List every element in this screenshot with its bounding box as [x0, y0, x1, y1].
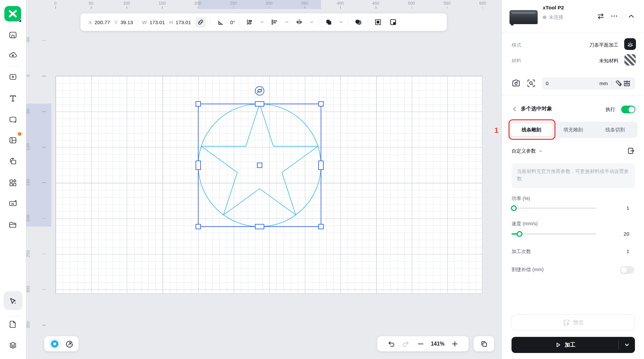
- zoom-in-button[interactable]: [450, 340, 459, 348]
- sidebar-item-elements[interactable]: [6, 176, 20, 189]
- speed-value[interactable]: 20: [624, 231, 629, 237]
- material-swatch[interactable]: [624, 54, 636, 66]
- manual-measure-button[interactable]: [623, 79, 631, 87]
- undo-button[interactable]: [387, 340, 395, 348]
- device-more-button[interactable]: [610, 12, 619, 20]
- boolean-dropdown[interactable]: [338, 19, 344, 25]
- sidebar-item-materials[interactable]: [6, 133, 20, 147]
- sidebar-item-vectorize[interactable]: [6, 155, 20, 168]
- distribute-dropdown[interactable]: [259, 19, 265, 25]
- align-dropdown[interactable]: [284, 19, 289, 25]
- text-tool-icon: [8, 94, 17, 103]
- ruler-tick-label: 100: [26, 143, 31, 151]
- zoom-level[interactable]: 141%: [431, 341, 444, 347]
- rotation-value[interactable]: 0°: [230, 19, 235, 25]
- power-slider-thumb[interactable]: [511, 205, 517, 211]
- ruler-tick: [305, 6, 305, 9]
- material-value[interactable]: 未知材料: [599, 58, 619, 64]
- process-type-tabs: 线条雕刻 填充雕刻 线条切割: [509, 122, 638, 138]
- flip-button[interactable]: [294, 17, 305, 27]
- y-value[interactable]: 39.13: [120, 19, 133, 25]
- sidebar-item-files[interactable]: [6, 218, 20, 231]
- laser-position-button[interactable]: [49, 338, 60, 350]
- duplicate-array-button[interactable]: [480, 340, 488, 348]
- ruler-tick: [42, 289, 46, 290]
- sidebar-item-ai[interactable]: AI: [6, 196, 20, 210]
- work-area-grid[interactable]: [55, 76, 482, 294]
- swap-arrows-icon: [596, 12, 605, 20]
- ruler-tick-label: 500: [408, 1, 415, 6]
- height-field[interactable]: H 173.01: [169, 19, 191, 25]
- kerf-toggle[interactable]: [620, 266, 634, 274]
- boolean-combine-button[interactable]: [323, 17, 334, 27]
- frame-scan-button[interactable]: [526, 78, 536, 88]
- custom-params-dropdown[interactable]: 自定义参数: [512, 148, 543, 154]
- back-button[interactable]: [512, 106, 518, 112]
- align-button[interactable]: [269, 17, 280, 27]
- mode-value[interactable]: 刀条平面加工: [589, 42, 619, 48]
- preview-button[interactable]: 预览: [512, 314, 635, 331]
- marquee-selection-button[interactable]: [373, 17, 383, 27]
- zoom-out-button[interactable]: [416, 340, 425, 348]
- sidebar-item-text[interactable]: [6, 92, 20, 105]
- process-button[interactable]: 加工: [512, 337, 635, 353]
- sidebar-item-shapes[interactable]: [6, 113, 20, 126]
- ruler-tick: [269, 6, 270, 9]
- undo-icon: [387, 340, 395, 348]
- weld-circles-icon: [354, 18, 362, 26]
- weld-button[interactable]: [353, 17, 364, 27]
- distribute-button[interactable]: [244, 17, 255, 27]
- ruler-tick: [198, 6, 199, 9]
- auto-measure-button[interactable]: [615, 79, 623, 87]
- duplicate-shape-icon: [8, 157, 17, 166]
- tab-fill-engrave[interactable]: 填充雕刻: [552, 123, 594, 136]
- ruler-tick-label: 550: [443, 1, 450, 6]
- link-icon: [197, 18, 205, 26]
- invert-corner-icon: [389, 18, 397, 26]
- passes-value[interactable]: 1: [627, 248, 629, 254]
- process-button-main[interactable]: 加工: [512, 342, 619, 349]
- speed-slider-thumb[interactable]: [517, 231, 523, 237]
- width-value[interactable]: 173.01: [150, 19, 165, 25]
- sidebar-divider: [7, 316, 19, 316]
- y-position-field[interactable]: Y 39.13: [114, 19, 133, 25]
- focus-distance-field[interactable]: 0 mm: [542, 77, 635, 89]
- power-slider[interactable]: [512, 207, 596, 209]
- power-value[interactable]: 1: [627, 205, 629, 211]
- x-value[interactable]: 200.77: [95, 19, 110, 25]
- boolean-union-icon: [325, 18, 333, 26]
- mode-select-button[interactable]: [624, 38, 636, 50]
- ruler-tick: [42, 76, 46, 76]
- flip-dropdown[interactable]: [309, 19, 314, 25]
- collapse-panel-button[interactable]: [627, 12, 636, 20]
- sidebar-item-select-tool[interactable]: [4, 291, 22, 310]
- jog-to-position-button[interactable]: [65, 340, 74, 348]
- lock-aspect-ratio-button[interactable]: [195, 17, 206, 27]
- height-value[interactable]: 173.01: [175, 19, 191, 25]
- execute-toggle[interactable]: [621, 106, 635, 113]
- camera-button[interactable]: [511, 78, 521, 88]
- ruler-tick-label: 450: [372, 1, 379, 6]
- sidebar-item-pages[interactable]: [6, 317, 20, 331]
- tab-line-engrave[interactable]: 线条雕刻: [511, 123, 552, 136]
- invert-selection-button[interactable]: [388, 17, 398, 27]
- export-params-button[interactable]: [627, 146, 635, 155]
- speed-slider[interactable]: [512, 233, 596, 235]
- x-position-field[interactable]: X 200.77: [89, 19, 110, 25]
- sidebar-item-insert-canvas[interactable]: [6, 70, 20, 83]
- sidebar-item-projects[interactable]: [6, 28, 20, 42]
- process-options-button[interactable]: [619, 342, 635, 348]
- sidebar-item-layers[interactable]: [6, 339, 20, 352]
- distribute-icon: [246, 18, 254, 26]
- logo-dropdown-corner-icon: [19, 19, 21, 22]
- sidebar-item-cloud-upload[interactable]: [6, 48, 20, 62]
- redo-button[interactable]: [401, 340, 410, 348]
- rotation-button[interactable]: [215, 17, 226, 27]
- tab-line-cut[interactable]: 线条切割: [594, 123, 636, 136]
- folder-icon: [8, 220, 17, 229]
- switch-device-button[interactable]: [596, 12, 605, 20]
- elements-grid-icon: [8, 178, 17, 187]
- ruler-tick-label: 250: [26, 250, 31, 257]
- width-field[interactable]: W 173.01: [142, 19, 165, 25]
- distance-value[interactable]: 0: [546, 80, 548, 86]
